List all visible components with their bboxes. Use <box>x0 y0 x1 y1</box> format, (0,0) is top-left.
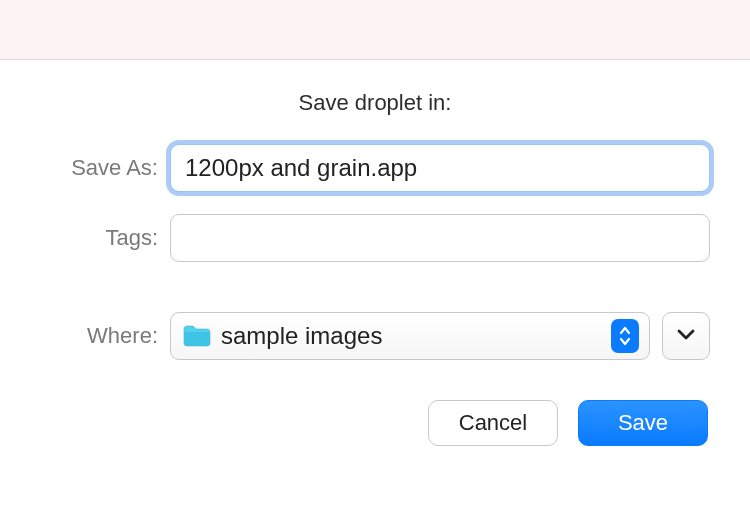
tags-label: Tags: <box>40 225 170 251</box>
where-folder-select[interactable]: sample images <box>170 312 650 360</box>
where-folder-name: sample images <box>221 322 611 350</box>
save-dialog: Save droplet in: Save As: Tags: Where: s… <box>0 60 750 446</box>
save-as-label: Save As: <box>40 155 170 181</box>
tags-input[interactable] <box>170 214 710 262</box>
save-as-input[interactable] <box>170 144 710 192</box>
where-row: Where: sample images <box>40 312 710 360</box>
where-select-wrap: sample images <box>170 312 710 360</box>
tags-row: Tags: <box>40 214 710 262</box>
save-as-row: Save As: <box>40 144 710 192</box>
save-as-input-wrap <box>170 144 710 192</box>
where-label: Where: <box>40 323 170 349</box>
updown-stepper-icon <box>611 319 639 353</box>
dialog-title: Save droplet in: <box>40 90 710 116</box>
folder-icon <box>183 325 211 347</box>
expand-button[interactable] <box>662 312 710 360</box>
save-button[interactable]: Save <box>578 400 708 446</box>
chevron-down-icon <box>677 327 695 345</box>
tags-input-wrap <box>170 214 710 262</box>
cancel-button[interactable]: Cancel <box>428 400 558 446</box>
button-row: Cancel Save <box>40 400 710 446</box>
title-bar <box>0 0 750 60</box>
